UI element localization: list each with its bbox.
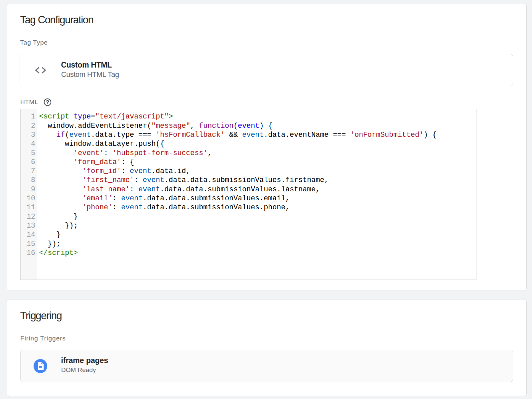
svg-text:?: ? bbox=[46, 99, 49, 105]
